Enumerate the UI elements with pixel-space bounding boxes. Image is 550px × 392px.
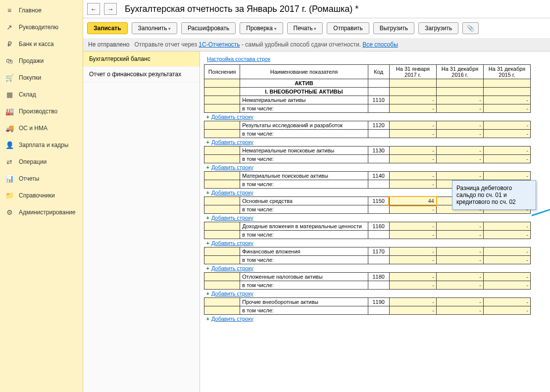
sidebar-item-1[interactable]: ↗Руководителю — [0, 19, 83, 36]
cell-v3[interactable]: - — [483, 247, 530, 256]
cell-expl[interactable] — [204, 180, 240, 189]
sidebar-item-3[interactable]: 🛍Продажи — [0, 52, 83, 69]
sidebar-item-2[interactable]: ₽Банк и касса — [0, 36, 83, 52]
cell-v1[interactable]: - — [389, 180, 436, 189]
cell-v2[interactable]: - — [436, 247, 483, 256]
sidebar-item-4[interactable]: 🛒Покупки — [0, 69, 83, 86]
load-button[interactable]: Загрузить — [418, 22, 458, 34]
sidebar-item-0[interactable]: ≡Главное — [0, 2, 83, 19]
cell-v1[interactable]: - — [389, 273, 436, 281]
cell-v3[interactable]: - — [483, 281, 530, 290]
attach-button[interactable]: 📎 — [462, 22, 479, 34]
configure-rows-link[interactable]: Настройка состава строк — [207, 56, 270, 62]
cell-v3[interactable]: - — [483, 306, 530, 315]
sidebar-item-8[interactable]: 👤Зарплата и кадры — [0, 137, 83, 153]
sidebar-item-11[interactable]: 📁Справочники — [0, 187, 83, 204]
cell-v2[interactable]: - — [436, 121, 483, 130]
cell-v3[interactable]: - — [483, 256, 530, 264]
cell-v1[interactable]: - — [389, 298, 436, 306]
unload-button[interactable]: Выгрузить — [373, 22, 415, 34]
cell-v1[interactable]: - — [389, 172, 436, 180]
print-button[interactable]: Печать — [287, 22, 323, 34]
cell-v3[interactable]: - — [483, 172, 530, 180]
fill-button[interactable]: Заполнить — [132, 22, 177, 34]
send-button[interactable]: Отправить — [327, 22, 369, 34]
cell-expl[interactable] — [204, 121, 240, 130]
cell-expl[interactable] — [204, 222, 240, 231]
sidebar-item-12[interactable]: ⚙Администрирование — [0, 204, 83, 221]
cell-v1[interactable]: - — [389, 155, 436, 163]
cell-expl[interactable] — [204, 172, 240, 180]
cell-v1[interactable]: - — [389, 130, 436, 138]
cell-v2[interactable]: - — [436, 298, 483, 306]
add-row-link[interactable]: Добавить строку — [211, 291, 253, 296]
cell-expl[interactable] — [204, 298, 240, 306]
cell-v2[interactable]: - — [436, 130, 483, 138]
cell-v3[interactable]: - — [483, 130, 530, 138]
cell-expl[interactable] — [204, 205, 240, 214]
cell-expl[interactable] — [204, 130, 240, 138]
cell-v3[interactable]: - — [483, 104, 530, 113]
cell-v2[interactable]: - — [436, 306, 483, 315]
sidebar-item-9[interactable]: ⇄Операции — [0, 153, 83, 170]
cell-v1[interactable]: - — [389, 147, 436, 155]
nav-forward-button[interactable]: → — [104, 3, 117, 15]
cell-expl[interactable] — [204, 147, 240, 155]
cell-v2[interactable]: - — [436, 273, 483, 281]
sidebar-item-10[interactable]: 📊Отчеты — [0, 170, 83, 187]
add-row-link[interactable]: Добавить строку — [211, 265, 253, 271]
decode-button[interactable]: Расшифровать — [181, 22, 236, 34]
cell-v1[interactable]: - — [389, 104, 436, 113]
sidebar-item-6[interactable]: 🏭Производство — [0, 103, 83, 120]
cell-v2[interactable]: - — [436, 231, 483, 239]
cell-v3[interactable]: - — [483, 155, 530, 163]
nav-back-button[interactable]: ← — [87, 3, 100, 15]
cell-v1[interactable]: - — [389, 121, 436, 130]
add-row-link[interactable]: Добавить строку — [211, 215, 253, 221]
cell-v3[interactable]: - — [483, 222, 530, 231]
add-row-link[interactable]: Добавить строку — [211, 164, 253, 170]
cell-v3[interactable]: - — [483, 147, 530, 155]
link-1c-reporting[interactable]: 1С-Отчетность — [199, 41, 240, 48]
cell-expl[interactable] — [204, 96, 240, 104]
cell-expl[interactable] — [204, 197, 240, 205]
cell-v1[interactable]: - — [389, 256, 436, 264]
cell-expl[interactable] — [204, 247, 240, 256]
cell-v2[interactable]: - — [436, 222, 483, 231]
add-row-link[interactable]: Добавить строку — [211, 190, 253, 196]
add-row-link[interactable]: Добавить строку — [211, 139, 253, 145]
cell-expl[interactable] — [204, 104, 240, 113]
save-button[interactable]: Записать — [87, 22, 128, 34]
link-all-methods[interactable]: Все способы — [362, 41, 398, 48]
check-button[interactable]: Проверка — [240, 22, 283, 34]
add-row-link[interactable]: Добавить строку — [211, 316, 253, 322]
cell-expl[interactable] — [204, 306, 240, 315]
cell-expl[interactable] — [204, 281, 240, 290]
cell-expl[interactable] — [204, 273, 240, 281]
cell-v2[interactable]: - — [436, 147, 483, 155]
cell-v1[interactable]: 44 — [389, 197, 436, 205]
cell-v1[interactable]: - — [389, 96, 436, 104]
cell-v1[interactable]: - — [389, 205, 436, 214]
cell-v3[interactable]: - — [483, 231, 530, 239]
cell-v2[interactable]: - — [436, 155, 483, 163]
sidebar-item-7[interactable]: 🚚ОС и НМА — [0, 120, 83, 137]
cell-v2[interactable]: - — [436, 172, 483, 180]
cell-v1[interactable]: - — [389, 222, 436, 231]
tab-1[interactable]: Отчет о финансовых результатах — [83, 67, 200, 82]
add-row-link[interactable]: Добавить строку — [211, 114, 253, 120]
tab-0[interactable]: Бухгалтерский баланс — [83, 51, 200, 67]
sidebar-item-5[interactable]: ▦Склад — [0, 86, 83, 103]
cell-v2[interactable]: - — [436, 96, 483, 104]
cell-v3[interactable]: - — [483, 121, 530, 130]
cell-v3[interactable]: - — [483, 273, 530, 281]
cell-v2[interactable]: - — [436, 281, 483, 290]
cell-expl[interactable] — [204, 155, 240, 163]
add-row-link[interactable]: Добавить строку — [211, 240, 253, 246]
cell-v1[interactable]: - — [389, 281, 436, 290]
cell-v2[interactable]: - — [436, 256, 483, 264]
cell-v1[interactable]: - — [389, 247, 436, 256]
cell-v2[interactable]: - — [436, 104, 483, 113]
cell-expl[interactable] — [204, 231, 240, 239]
cell-expl[interactable] — [204, 79, 240, 88]
